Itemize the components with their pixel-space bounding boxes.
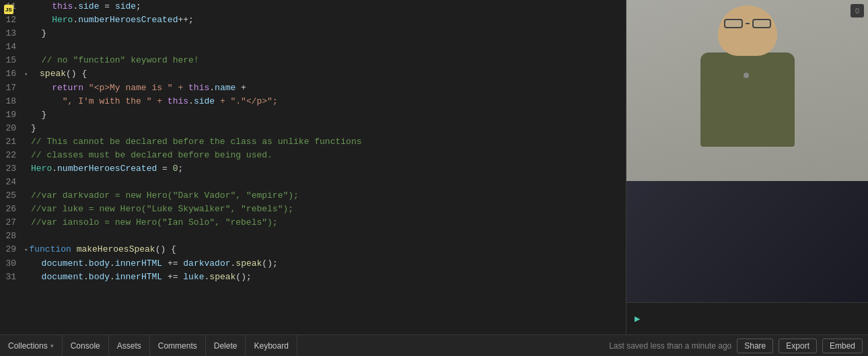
line-content: ", I'm with the " + this.side + "."</p>"… xyxy=(31,95,620,108)
line-content: //var luke = new Hero("Luke Skywalker", … xyxy=(31,203,620,216)
assets-tab[interactable]: Assets xyxy=(109,335,150,356)
table-row: 15 // no "function" keyword here! xyxy=(0,54,626,67)
code-token: this xyxy=(52,1,73,11)
code-token: // classes must be declared before being… xyxy=(31,150,273,160)
table-row: 21// This cannot be declared before the … xyxy=(0,135,626,149)
code-token: //var darkvador = new Hero("Dark Vador",… xyxy=(31,190,299,201)
code-token: document xyxy=(42,272,83,282)
table-row: 16▾ speak() { xyxy=(0,67,626,81)
table-row: 23Hero.numberHeroesCreated = 0; xyxy=(0,162,626,176)
comments-tab[interactable]: Comments xyxy=(150,335,206,356)
line-number: 29 xyxy=(0,243,24,256)
code-token: } xyxy=(31,110,46,120)
keyboard-label: Keyboard xyxy=(254,341,288,351)
code-token: "<p>My name is " + xyxy=(83,83,188,93)
table-row: 30 document.body.innerHTML += darkvador.… xyxy=(0,257,626,271)
line-content: } xyxy=(31,27,620,40)
line-content: // no "function" keyword here! xyxy=(31,54,620,67)
line-number: 25 xyxy=(0,189,24,203)
share-button[interactable]: Share xyxy=(737,339,773,353)
console-arrow[interactable]: ▶ xyxy=(635,313,640,324)
line-content: } xyxy=(31,122,620,135)
code-token: () { xyxy=(66,69,87,79)
code-token: body xyxy=(89,272,110,282)
code-token: darkvador xyxy=(183,258,230,269)
collections-label: Collections xyxy=(8,341,48,351)
bottom-bar: Collections ▾ Console Assets Comments De… xyxy=(0,334,868,356)
code-token: . xyxy=(188,96,194,106)
table-row: 20} xyxy=(0,122,626,135)
line-number: 19 xyxy=(0,108,24,122)
table-row: 25//var darkvador = new Hero("Dark Vador… xyxy=(0,189,626,203)
line-content: Hero.numberHeroesCreated++; xyxy=(31,13,620,27)
code-token: Hero xyxy=(31,164,52,174)
code-token xyxy=(31,272,42,282)
video-person xyxy=(626,0,868,302)
line-content: //var iansolo = new Hero("Ian Solo", "re… xyxy=(31,216,620,229)
line-number: 21 xyxy=(0,135,24,149)
code-token: . xyxy=(52,164,57,174)
code-token: name xyxy=(215,83,236,93)
code-token: () { xyxy=(155,244,176,254)
collections-tab[interactable]: Collections ▾ xyxy=(0,335,63,356)
table-row: 31 document.body.innerHTML += luke.speak… xyxy=(0,271,626,284)
js-icon: JS xyxy=(0,0,19,19)
code-token: //var luke = new Hero("Luke Skywalker", … xyxy=(31,204,293,214)
code-token: += xyxy=(162,258,183,269)
fold-arrow-icon: ▾ xyxy=(24,244,28,257)
code-token: = xyxy=(157,164,172,174)
line-number: 23 xyxy=(0,162,24,176)
delete-label: Delete xyxy=(214,341,238,351)
code-content: 11 this.side = side;12 Hero.numberHeroes… xyxy=(0,0,626,284)
table-row: 24 xyxy=(0,176,626,189)
code-token: side xyxy=(194,96,215,106)
comments-label: Comments xyxy=(158,341,197,351)
code-token xyxy=(31,15,52,25)
embed-button[interactable]: Embed xyxy=(822,339,863,353)
code-token: luke xyxy=(183,272,204,282)
bottom-left: Collections ▾ Console Assets Comments De… xyxy=(0,335,297,356)
code-token: //var iansolo = new Hero("Ian Solo", "re… xyxy=(31,217,278,227)
table-row: 13 } xyxy=(0,27,626,40)
code-token: numberHeroesCreated xyxy=(57,164,157,174)
table-row: 28 xyxy=(0,229,626,243)
bottom-right: Last saved less than a minute ago Share … xyxy=(604,335,868,356)
line-content: function makeHeroesSpeak() { xyxy=(29,243,620,256)
export-button[interactable]: Export xyxy=(779,339,817,353)
code-token xyxy=(31,1,52,11)
code-token: innerHTML xyxy=(115,258,162,269)
code-token: } xyxy=(31,123,36,133)
code-token: . xyxy=(110,272,115,282)
code-token: side xyxy=(115,1,136,11)
line-number: 30 xyxy=(0,257,24,271)
line-content: } xyxy=(31,108,620,122)
line-number: 26 xyxy=(0,203,24,216)
code-panel: JS 11 this.side = side;12 Hero.numberHer… xyxy=(0,0,626,334)
table-row: 18 ", I'm with the " + this.side + "."</… xyxy=(0,95,626,108)
console-tab[interactable]: Console xyxy=(63,335,109,356)
code-token: this xyxy=(168,96,188,106)
line-content: document.body.innerHTML += luke.speak(); xyxy=(31,271,620,284)
table-row: 17 return "<p>My name is " + this.name + xyxy=(0,81,626,95)
line-number: 28 xyxy=(0,229,24,243)
js-logo: JS xyxy=(4,5,13,14)
table-row: 12 Hero.numberHeroesCreated++; xyxy=(0,13,626,27)
table-row: 11 this.side = side; xyxy=(0,0,626,13)
code-token: = xyxy=(99,1,114,11)
code-token: this xyxy=(188,83,209,93)
code-token: . xyxy=(83,258,89,269)
code-token: ; xyxy=(178,164,183,174)
badge-zero: 0 xyxy=(851,4,864,17)
line-number: 18 xyxy=(0,95,24,108)
delete-tab[interactable]: Delete xyxy=(206,335,246,356)
code-token: + "."</p>"; xyxy=(215,96,278,106)
code-token: document xyxy=(42,258,83,269)
line-number: 27 xyxy=(0,216,24,229)
console-label: Console xyxy=(71,341,100,351)
keyboard-tab[interactable]: Keyboard xyxy=(246,335,297,356)
code-token: ++; xyxy=(178,15,193,25)
code-token: numberHeroesCreated xyxy=(78,15,178,25)
code-token: + xyxy=(236,83,246,93)
fold-arrow-icon: ▾ xyxy=(24,68,28,81)
line-number: 13 xyxy=(0,27,24,40)
